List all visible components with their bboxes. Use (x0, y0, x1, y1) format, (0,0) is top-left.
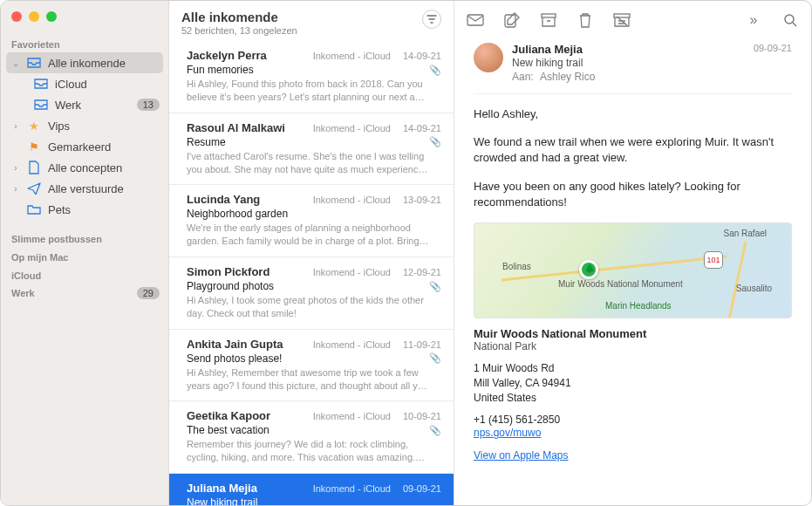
message-date: 09-09-21 (403, 483, 441, 494)
sidebar-item-label: iCloud (55, 78, 160, 91)
reading-pane: » Juliana Mejia New hiking trail Aan: As… (454, 1, 811, 505)
sidebar-item-label: Werk (55, 99, 130, 112)
message-preview: Hi Ashley, Remember that awesome trip we… (187, 366, 441, 393)
sidebar: Favorieten ⌄ Alle inkomende iCloud Werk … (1, 1, 169, 505)
chevron-right-icon[interactable]: › (11, 121, 20, 131)
message-from: Geetika Kapoor (187, 409, 270, 422)
svg-rect-0 (467, 15, 483, 25)
message-from: Lucinda Yang (187, 193, 260, 206)
message-subject: New hiking trail (512, 57, 745, 69)
sidebar-item-icloud-inbox[interactable]: iCloud (1, 73, 168, 94)
junk-button[interactable] (613, 11, 631, 29)
message-subject: Send photos please! (187, 352, 424, 365)
sidebar-item-sent[interactable]: › Alle verstuurde (1, 178, 168, 199)
reply-button[interactable] (467, 11, 484, 29)
close-window-button[interactable] (11, 11, 22, 22)
message-list-pane: Alle inkomende 52 berichten, 13 ongeleze… (169, 1, 454, 505)
filter-button[interactable] (422, 10, 441, 29)
sidebar-item-all-inboxes[interactable]: ⌄ Alle inkomende (6, 52, 163, 73)
attachment-icon: 📎 (429, 281, 441, 292)
message-subject: Fun memories (187, 64, 424, 76)
sidebar-section-onmymac[interactable]: Op mijn Mac (1, 247, 168, 265)
mailbox-title: Alle inkomende (181, 10, 422, 24)
chevron-right-icon[interactable]: › (11, 163, 20, 173)
map-attachment[interactable]: 101 San Rafael Bolinas Muir Woods Nation… (474, 222, 792, 318)
sidebar-item-label: Pets (48, 203, 160, 216)
body-paragraph: Have you been on any good hikes lately? … (474, 179, 792, 210)
unread-badge: 29 (137, 287, 160, 299)
message-preview: I've attached Carol's resume. She's the … (187, 150, 441, 176)
archive-button[interactable] (540, 11, 557, 29)
message-mailbox: Inkomend - iCloud (267, 195, 391, 205)
message-subject: Playground photos (187, 280, 424, 292)
sidebar-section-icloud[interactable]: iCloud (1, 265, 168, 284)
place-url-link[interactable]: nps.gov/muwo (474, 427, 541, 439)
chevron-down-icon[interactable]: ⌄ (11, 58, 20, 68)
sidebar-item-vips[interactable]: › ★ Vips (1, 115, 168, 136)
message-preview: Hi Ashley, I took some great photos of t… (187, 294, 441, 320)
message-date: 14-09-21 (403, 51, 441, 61)
place-phone: +1 (415) 561-2850 (474, 414, 792, 426)
zoom-window-button[interactable] (46, 11, 57, 22)
message-mailbox: Inkomend - iCloud (277, 411, 391, 421)
sidebar-item-werk-inbox[interactable]: Werk 13 (1, 94, 168, 115)
sidebar-item-label: Gemarkeerd (48, 140, 160, 154)
message-list-item[interactable]: Jackelyn Perra Inkomend - iCloud 14-09-2… (169, 41, 454, 113)
message-from: Juliana Mejia (187, 482, 257, 495)
message-mailbox: Inkomend - iCloud (264, 483, 391, 494)
inbox-icon (34, 98, 48, 112)
place-address-line: Mill Valley, CA 94941 (474, 376, 792, 391)
message-list-item[interactable]: Simon Pickford Inkomend - iCloud 12-09-2… (169, 257, 454, 330)
attachment-icon: 📎 (429, 65, 441, 76)
highway-shield-icon: 101 (704, 251, 723, 269)
search-button[interactable] (781, 11, 799, 29)
sidebar-item-flagged[interactable]: ⚑ Gemarkeerd (1, 136, 168, 157)
more-button[interactable]: » (745, 11, 762, 29)
place-address-line: 1 Muir Woods Rd (474, 361, 792, 376)
message-to: Aan: Ashley Rico (512, 71, 745, 83)
message-list-item[interactable]: Ankita Jain Gupta Inkomend - iCloud 11-0… (169, 330, 454, 402)
paper-plane-icon (27, 181, 41, 195)
message-mailbox: Inkomend - iCloud (276, 267, 391, 277)
message-from: Juliana Mejia (512, 43, 745, 56)
message-subject: The best vacation (187, 424, 424, 436)
sidebar-section-werk[interactable]: Werk 29 (1, 284, 168, 303)
sidebar-item-label: Alle verstuurde (48, 182, 160, 195)
message-mailbox: Inkomend - iCloud (292, 123, 391, 133)
view-on-maps-link[interactable]: View on Apple Maps (474, 449, 569, 462)
unread-badge: 13 (137, 99, 160, 111)
attachment-icon: 📎 (429, 136, 441, 147)
message-list-item[interactable]: Rasoul Al Malkawi Inkomend - iCloud 14-0… (169, 113, 454, 186)
sidebar-item-pets[interactable]: Pets (1, 199, 168, 220)
sidebar-item-label: Werk (11, 288, 130, 298)
body-paragraph: We found a new trail when we were explor… (474, 134, 792, 166)
sidebar-item-drafts[interactable]: › Alle concepten (1, 157, 168, 178)
inbox-icon (34, 77, 48, 91)
message-subject: Resume (187, 136, 424, 148)
place-name: Muir Woods National Monument (474, 327, 792, 340)
message-date: 13-09-21 (403, 195, 441, 205)
toolbar: » (454, 1, 811, 39)
message-list-item[interactable]: Juliana Mejia Inkomend - iCloud 09-09-21… (169, 474, 454, 505)
message-date: 10-09-21 (403, 411, 441, 421)
svg-point-4 (785, 15, 794, 24)
sidebar-section-favorites: Favorieten (1, 34, 168, 52)
message-list-item[interactable]: Lucinda Yang Inkomend - iCloud 13-09-21 … (169, 185, 454, 257)
message-list-item[interactable]: Geetika Kapoor Inkomend - iCloud 10-09-2… (169, 401, 454, 474)
body-paragraph: Hello Ashley, (474, 106, 792, 122)
to-label: Aan: (512, 71, 534, 83)
message-subject: Neighborhood garden (187, 208, 441, 220)
divider (474, 93, 792, 94)
delete-button[interactable] (577, 11, 594, 29)
map-label: Sausalito (736, 284, 772, 293)
attachment-icon: 📎 (429, 425, 441, 436)
folder-icon (27, 202, 41, 216)
compose-button[interactable] (503, 11, 521, 29)
sidebar-item-label: Alle concepten (48, 161, 160, 174)
message-list[interactable]: Jackelyn Perra Inkomend - iCloud 14-09-2… (169, 41, 454, 505)
chevron-right-icon[interactable]: › (11, 184, 20, 194)
minimize-window-button[interactable] (29, 11, 39, 22)
message-mailbox: Inkomend - iCloud (290, 339, 391, 350)
sidebar-section-smart[interactable]: Slimme postbussen (1, 229, 168, 247)
sidebar-item-label: Alle inkomende (48, 57, 154, 70)
